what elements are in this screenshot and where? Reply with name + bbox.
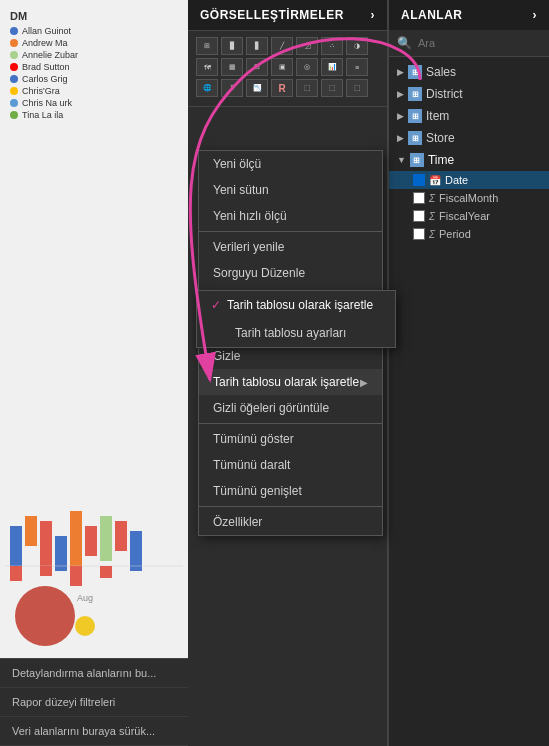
field-group-header-time[interactable]: ▼ ⊞ Time bbox=[389, 149, 549, 171]
viz-icon-r[interactable]: R bbox=[271, 79, 293, 97]
viz-icon-custom2[interactable]: ⬚ bbox=[321, 79, 343, 97]
footer-filters: Detaylandırma alanlarını bu... Rapor düz… bbox=[0, 658, 188, 746]
menu-item-refresh[interactable]: Verileri yenile bbox=[199, 234, 382, 260]
viz-icon-col[interactable]: ▋ bbox=[246, 37, 268, 55]
fields-header: ALANLAR › bbox=[389, 0, 549, 30]
viz-icon-slicer[interactable]: ≡ bbox=[346, 58, 368, 76]
svg-point-16 bbox=[75, 616, 95, 636]
check-mark-icon: ✓ bbox=[211, 298, 221, 312]
expand-arrow-district-icon: ▶ bbox=[397, 89, 404, 99]
viz-icon-line[interactable]: ╱ bbox=[271, 37, 293, 55]
detailfields-item[interactable]: Detaylandırma alanlarını bu... bbox=[0, 659, 188, 688]
visualizers-label: GÖRSELLEŞTİRMELER bbox=[200, 8, 344, 22]
menu-item-show-hidden[interactable]: Gizli öğeleri görüntüle bbox=[199, 395, 382, 421]
legend-dot bbox=[10, 111, 18, 119]
field-group-header-sales[interactable]: ▶ ⊞ Sales bbox=[389, 61, 549, 83]
field-group-header-district[interactable]: ▶ ⊞ District bbox=[389, 83, 549, 105]
submenu-item-date-settings[interactable]: Tarih tablosu ayarları bbox=[197, 319, 395, 347]
menu-item-show-all[interactable]: Tümünü göster bbox=[199, 426, 382, 452]
fields-panel: ALANLAR › 🔍 ▶ ⊞ Sales ▶ ⊞ District ▶ bbox=[388, 0, 549, 746]
field-item-date[interactable]: 📅 Date bbox=[389, 171, 549, 189]
field-group-store[interactable]: ▶ ⊞ Store bbox=[389, 127, 549, 149]
viz-icon-card[interactable]: ▣ bbox=[271, 58, 293, 76]
field-group-sales[interactable]: ▶ ⊞ Sales bbox=[389, 61, 549, 83]
visualizers-arrow: › bbox=[371, 8, 376, 22]
date-checkbox[interactable] bbox=[413, 174, 425, 186]
viz-icon-gauge[interactable]: ◎ bbox=[296, 58, 318, 76]
viz-icons-grid: ⊞ ▊ ▋ ╱ ◿ ∴ ◑ 🗺 ▦ ⊟ ▣ ◎ 📊 ≡ 🌐 ⊽ 📉 R ⬚ ⬚ … bbox=[188, 31, 387, 107]
viz-icon-funnel[interactable]: ⊽ bbox=[221, 79, 243, 97]
search-input[interactable] bbox=[418, 37, 541, 49]
search-icon: 🔍 bbox=[397, 36, 412, 50]
menu-separator-4 bbox=[199, 506, 382, 507]
submenu-item-mark-date[interactable]: ✓ Tarih tablosu olarak işaretle bbox=[197, 291, 395, 319]
field-group-item[interactable]: ▶ ⊞ Item bbox=[389, 105, 549, 127]
dragfields-item[interactable]: Veri alanlarını buraya sürük... bbox=[0, 717, 188, 746]
district-table-icon: ⊞ bbox=[408, 87, 422, 101]
viz-icon-bar[interactable]: ▊ bbox=[221, 37, 243, 55]
viz-icon-custom3[interactable]: ⬚ bbox=[346, 79, 368, 97]
date-calendar-icon: 📅 bbox=[429, 175, 441, 186]
viz-icon-treemap[interactable]: ▦ bbox=[221, 58, 243, 76]
legend-item: Allan Guinot bbox=[10, 26, 78, 36]
fiscal-year-checkbox[interactable] bbox=[413, 210, 425, 222]
sigma-icon-fiscal-year: Σ bbox=[429, 211, 435, 222]
legend-item: Brad Sutton bbox=[10, 62, 78, 72]
field-item-fiscal-year[interactable]: Σ FiscalYear bbox=[389, 207, 549, 225]
menu-item-new-measure[interactable]: Yeni ölçü bbox=[199, 151, 382, 177]
menu-item-edit-query[interactable]: Sorguyu Düzenle bbox=[199, 260, 382, 286]
fields-search-bar: 🔍 bbox=[389, 30, 549, 57]
field-group-district[interactable]: ▶ ⊞ District bbox=[389, 83, 549, 105]
legend-dot bbox=[10, 99, 18, 107]
chart-legend: DM Allan Guinot Andrew Ma Annelie Zubar … bbox=[10, 10, 78, 122]
viz-icon-area[interactable]: ◿ bbox=[296, 37, 318, 55]
viz-icon-scatter[interactable]: ∴ bbox=[321, 37, 343, 55]
visualizers-header: GÖRSELLEŞTİRMELER › bbox=[188, 0, 387, 31]
viz-icon-custom1[interactable]: ⬚ bbox=[296, 79, 318, 97]
submenu-arrow-icon: ▶ bbox=[360, 377, 368, 388]
visualizers-panel: GÖRSELLEŞTİRMELER › ⊞ ▊ ▋ ╱ ◿ ∴ ◑ 🗺 ▦ ⊟ … bbox=[188, 0, 388, 746]
menu-item-mark-date-table[interactable]: Tarih tablosu olarak işaretle ▶ bbox=[199, 369, 382, 395]
svg-rect-5 bbox=[85, 526, 97, 556]
field-item-fiscal-month[interactable]: Σ FiscalMonth bbox=[389, 189, 549, 207]
fiscal-month-checkbox[interactable] bbox=[413, 192, 425, 204]
field-group-header-store[interactable]: ▶ ⊞ Store bbox=[389, 127, 549, 149]
menu-item-collapse-all[interactable]: Tümünü daralt bbox=[199, 452, 382, 478]
sigma-icon-fiscal-month: Σ bbox=[429, 193, 435, 204]
viz-icons-row-2: 🗺 ▦ ⊟ ▣ ◎ 📊 ≡ bbox=[196, 58, 379, 76]
viz-icon-kpi[interactable]: 📊 bbox=[321, 58, 343, 76]
field-item-period[interactable]: Σ Period bbox=[389, 225, 549, 243]
sigma-icon-period: Σ bbox=[429, 229, 435, 240]
legend-item: Tina La ila bbox=[10, 110, 78, 120]
fields-list: ▶ ⊞ Sales ▶ ⊞ District ▶ ⊞ Item ▶ bbox=[389, 57, 549, 746]
viz-icon-map[interactable]: 🗺 bbox=[196, 58, 218, 76]
store-table-icon: ⊞ bbox=[408, 131, 422, 145]
legend-item: Chris'Gra bbox=[10, 86, 78, 96]
legend-dot bbox=[10, 87, 18, 95]
field-group-header-item[interactable]: ▶ ⊞ Item bbox=[389, 105, 549, 127]
menu-item-new-quick-measure[interactable]: Yeni hızlı ölçü bbox=[199, 203, 382, 229]
viz-icon-waterfall[interactable]: 📉 bbox=[246, 79, 268, 97]
legend-item: Chris Na urk bbox=[10, 98, 78, 108]
viz-icon-table[interactable]: ⊞ bbox=[196, 37, 218, 55]
period-checkbox[interactable] bbox=[413, 228, 425, 240]
item-table-icon: ⊞ bbox=[408, 109, 422, 123]
menu-item-properties[interactable]: Özellikler bbox=[199, 509, 382, 535]
menu-item-expand-all[interactable]: Tümünü genişlet bbox=[199, 478, 382, 504]
legend-dot bbox=[10, 27, 18, 35]
legend-item: Annelie Zubar bbox=[10, 50, 78, 60]
expand-arrow-store-icon: ▶ bbox=[397, 133, 404, 143]
reportfilters-item[interactable]: Rapor düzeyi filtreleri bbox=[0, 688, 188, 717]
expand-arrow-icon: ▶ bbox=[397, 67, 404, 77]
menu-separator-1 bbox=[199, 231, 382, 232]
viz-icon-pie[interactable]: ◑ bbox=[346, 37, 368, 55]
menu-separator-3 bbox=[199, 423, 382, 424]
legend-title: DM bbox=[10, 10, 78, 22]
field-group-time[interactable]: ▼ ⊞ Time 📅 Date Σ FiscalMonth Σ FiscalYe… bbox=[389, 149, 549, 243]
viz-icon-matrix[interactable]: ⊟ bbox=[246, 58, 268, 76]
pie-chart-svg bbox=[10, 576, 110, 656]
viz-icon-globe[interactable]: 🌐 bbox=[196, 79, 218, 97]
viz-icons-row-3: 🌐 ⊽ 📉 R ⬚ ⬚ ⬚ bbox=[196, 79, 379, 97]
menu-item-new-column[interactable]: Yeni sütun bbox=[199, 177, 382, 203]
svg-rect-8 bbox=[130, 531, 142, 571]
